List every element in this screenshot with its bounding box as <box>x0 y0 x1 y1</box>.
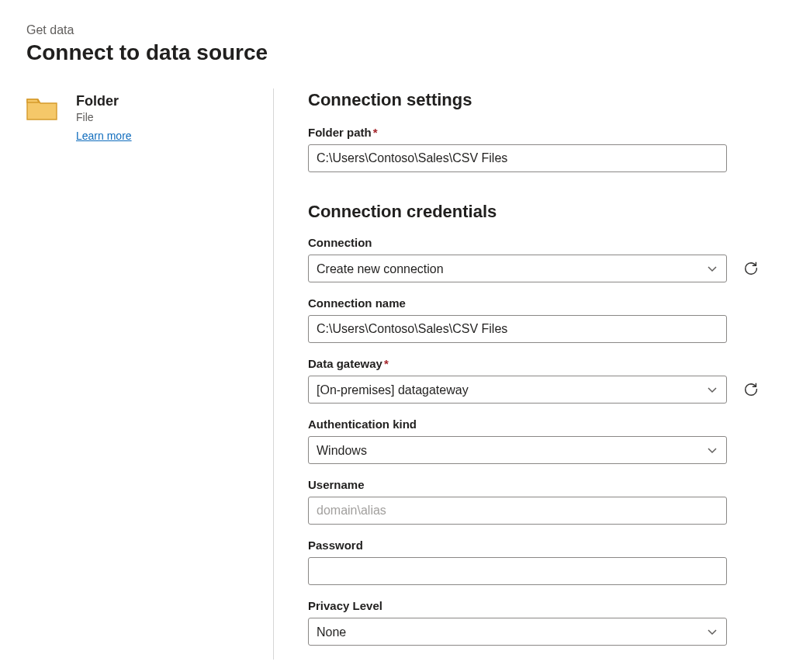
connection-credentials-heading: Connection credentials <box>308 202 763 222</box>
breadcrumb: Get data <box>26 23 763 37</box>
username-label: Username <box>308 478 763 491</box>
refresh-icon <box>742 381 760 398</box>
connection-name-label: Connection name <box>308 296 763 310</box>
refresh-icon <box>742 260 760 277</box>
connection-label: Connection <box>308 236 763 249</box>
source-title: Folder <box>76 93 132 109</box>
refresh-connection-button[interactable] <box>739 257 763 280</box>
required-asterisk: * <box>384 357 389 370</box>
data-gateway-label: Data gateway* <box>308 357 763 370</box>
learn-more-link[interactable]: Learn more <box>76 130 132 142</box>
source-item-folder: Folder File Learn more <box>26 93 258 142</box>
privacy-level-label: Privacy Level <box>308 599 763 612</box>
form-panel: Connection settings Folder path* Connect… <box>274 88 763 660</box>
folder-path-input[interactable] <box>308 144 727 172</box>
connection-name-input[interactable] <box>308 315 727 343</box>
password-input[interactable] <box>308 557 727 585</box>
refresh-gateway-button[interactable] <box>739 378 763 401</box>
source-subtitle: File <box>76 111 132 123</box>
privacy-level-select[interactable]: None <box>308 618 727 646</box>
auth-kind-select[interactable]: Windows <box>308 436 727 464</box>
password-label: Password <box>308 539 763 552</box>
folder-icon <box>26 93 57 142</box>
connection-select[interactable]: Create new connection <box>308 255 727 282</box>
source-panel: Folder File Learn more <box>26 88 274 660</box>
page-title: Connect to data source <box>26 40 763 65</box>
auth-kind-label: Authentication kind <box>308 417 763 431</box>
folder-path-label: Folder path* <box>308 126 763 139</box>
data-gateway-select[interactable]: [On-premises] datagateway <box>308 376 727 404</box>
connection-settings-heading: Connection settings <box>308 90 763 110</box>
required-asterisk: * <box>373 126 378 139</box>
username-input[interactable] <box>308 497 727 525</box>
